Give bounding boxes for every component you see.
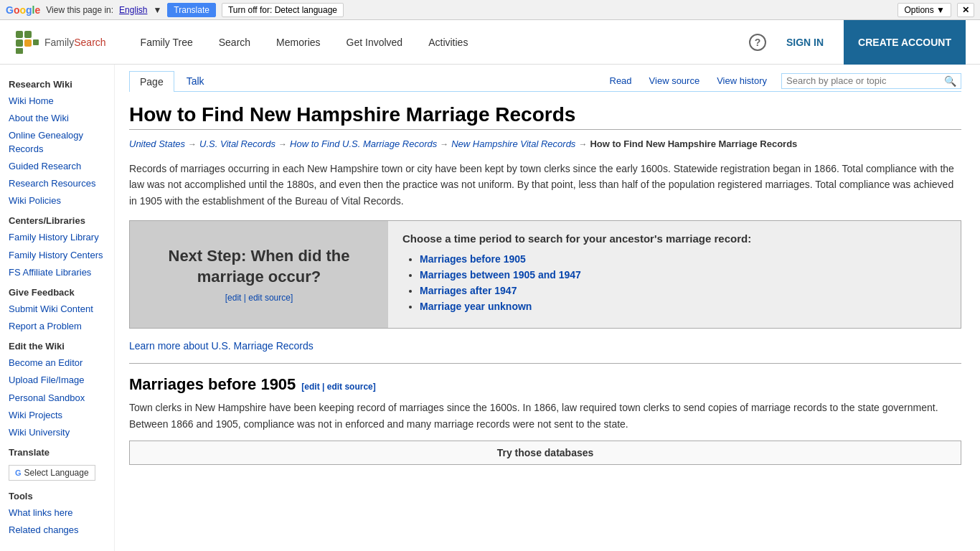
google-translate-icon: G	[15, 468, 22, 477]
section-1-edit-source-link[interactable]: edit source	[327, 382, 373, 392]
page-tabs: Page Talk Read View source View history …	[129, 65, 961, 92]
sidebar-item-submit-content[interactable]: Submit Wiki Content	[0, 301, 114, 318]
sidebar-item-research-resources[interactable]: Research Resources	[0, 175, 114, 192]
sidebar-item-about-wiki[interactable]: About the Wiki	[0, 110, 114, 127]
list-item: Marriage year unknown	[420, 301, 946, 312]
breadcrumb-item-3[interactable]: How to Find U.S. Marriage Records	[290, 138, 437, 149]
help-icon[interactable]: ?	[749, 34, 766, 51]
section-title-1: Marriages before 1905	[129, 375, 296, 394]
option-year-unknown[interactable]: Marriage year unknown	[420, 301, 532, 312]
breadcrumb-arrow-2: →	[278, 139, 287, 149]
sidebar-section-edit-wiki: Edit the Wiki	[0, 335, 114, 354]
options-button[interactable]: Options ▼	[897, 3, 951, 17]
sidebar-section-feedback: Give Feedback	[0, 281, 114, 301]
sidebar-item-what-links-here[interactable]: What links here	[0, 504, 114, 522]
step-text: Next Step: When did the marriage occur?	[144, 246, 374, 287]
sidebar-item-wiki-home[interactable]: Wiki Home	[0, 93, 114, 110]
list-item: Marriages after 1947	[420, 285, 946, 296]
tab-read[interactable]: Read	[601, 71, 641, 90]
infobox-edit-links: [edit | edit source]	[225, 293, 293, 303]
svg-rect-4	[33, 39, 39, 45]
content-wrapper: Research Wiki Wiki Home About the Wiki O…	[0, 65, 980, 551]
translate-bar: Google View this page in: English ▼ Tran…	[0, 0, 980, 20]
translate-button[interactable]: Translate	[167, 3, 216, 17]
language-link[interactable]: English	[119, 5, 147, 15]
sidebar-item-wiki-university[interactable]: Wiki University	[0, 424, 114, 441]
svg-rect-0	[16, 31, 23, 38]
option-after-1947[interactable]: Marriages after 1947	[420, 285, 517, 296]
sidebar-item-wiki-projects[interactable]: Wiki Projects	[0, 407, 114, 424]
nav-family-tree[interactable]: Family Tree	[128, 20, 206, 65]
sidebar-section-translate: Translate	[0, 441, 114, 461]
section-1-text: Town clerks in New Hampshire have been k…	[129, 400, 961, 432]
sidebar-item-report-problem[interactable]: Report a Problem	[0, 318, 114, 335]
google-logo: Google	[6, 4, 40, 16]
sidebar-item-personal-sandbox[interactable]: Personal Sandbox	[0, 390, 114, 407]
tab-page[interactable]: Page	[129, 71, 174, 92]
svg-rect-1	[24, 31, 32, 38]
marriage-options-list: Marriages before 1905 Marriages between …	[402, 253, 946, 312]
sidebar-item-affiliate-libraries[interactable]: FS Affiliate Libraries	[0, 264, 114, 281]
tab-view-source[interactable]: View source	[641, 71, 709, 90]
page-title: How to Find New Hampshire Marriage Recor…	[129, 103, 961, 130]
sidebar-item-guided-research[interactable]: Guided Research	[0, 158, 114, 175]
wiki-search-input[interactable]	[786, 75, 944, 86]
wiki-search-box: 🔍	[781, 73, 961, 89]
tab-view-history[interactable]: View history	[708, 71, 776, 90]
intro-text: Records of marriages occurring in each N…	[129, 161, 961, 209]
breadcrumb-item-4[interactable]: New Hampshire Vital Records	[451, 138, 575, 149]
nav-activities[interactable]: Activities	[415, 20, 481, 65]
select-language-button[interactable]: G Select Language	[9, 465, 95, 481]
site-logo[interactable]: FamilySearch	[14, 29, 106, 55]
sign-in-button[interactable]: SIGN IN	[775, 31, 835, 54]
turn-off-button[interactable]: Turn off for: Detect language	[222, 3, 344, 17]
sidebar: Research Wiki Wiki Home About the Wiki O…	[0, 65, 115, 551]
nav-get-involved[interactable]: Get Involved	[334, 20, 416, 65]
sidebar-section-centers: Centers/Libraries	[0, 209, 114, 229]
sidebar-item-online-records[interactable]: Online Genealogy Records	[0, 127, 114, 157]
sidebar-item-related-changes[interactable]: Related changes	[0, 522, 114, 539]
sidebar-item-family-history-centers[interactable]: Family History Centers	[0, 247, 114, 264]
main-header: FamilySearch Family Tree Search Memories…	[0, 20, 980, 65]
option-before-1905[interactable]: Marriages before 1905	[420, 253, 526, 265]
svg-rect-3	[24, 39, 32, 47]
language-arrow: ▼	[153, 5, 161, 15]
infobox-edit-link[interactable]: edit	[227, 293, 241, 303]
learn-more-link[interactable]: Learn more about U.S. Marriage Records	[129, 340, 961, 364]
info-box-right: Choose a time period to search for your …	[388, 221, 961, 328]
select-language-label: Select Language	[24, 468, 89, 478]
info-box: Next Step: When did the marriage occur? …	[129, 220, 961, 329]
breadcrumb-current: How to Find New Hampshire Marriage Recor…	[590, 138, 797, 149]
logo-text: FamilySearch	[44, 37, 106, 48]
svg-rect-2	[16, 39, 23, 47]
logo-icon	[14, 29, 40, 55]
main-nav: Family Tree Search Memories Get Involved…	[128, 20, 481, 65]
sidebar-item-upload-file[interactable]: Upload File/Image	[0, 372, 114, 389]
breadcrumb-arrow-3: →	[440, 139, 448, 149]
tab-talk[interactable]: Talk	[176, 70, 215, 91]
sidebar-item-become-editor[interactable]: Become an Editor	[0, 354, 114, 372]
sidebar-item-wiki-policies[interactable]: Wiki Policies	[0, 192, 114, 209]
nav-memories[interactable]: Memories	[263, 20, 333, 65]
close-translate-button[interactable]: ✕	[957, 3, 974, 17]
choose-text: Choose a time period to search for your …	[402, 232, 946, 245]
breadcrumb-item-1[interactable]: United States	[129, 138, 185, 149]
list-item: Marriages between 1905 and 1947	[420, 269, 946, 281]
sidebar-section-tools: Tools	[0, 485, 114, 504]
create-account-button[interactable]: CREATE ACCOUNT	[844, 20, 966, 65]
try-databases-box: Try those databases	[129, 441, 961, 465]
sidebar-item-family-history-library[interactable]: Family History Library	[0, 229, 114, 246]
section-1-edit-link[interactable]: edit	[304, 382, 319, 392]
section-heading-1: Marriages before 1905 [edit | edit sourc…	[129, 375, 961, 394]
nav-search[interactable]: Search	[206, 20, 263, 65]
wiki-search-button[interactable]: 🔍	[944, 75, 956, 87]
option-1905-1947[interactable]: Marriages between 1905 and 1947	[420, 269, 581, 281]
svg-rect-5	[16, 48, 23, 54]
breadcrumb-arrow-4: →	[578, 139, 587, 149]
breadcrumb-arrow-1: →	[188, 139, 197, 149]
breadcrumb-item-2[interactable]: U.S. Vital Records	[199, 138, 275, 149]
infobox-edit-source-link[interactable]: edit source	[248, 293, 291, 303]
view-page-text: View this page in:	[46, 5, 113, 15]
translate-widget: G Select Language	[0, 461, 114, 485]
main-content: Page Talk Read View source View history …	[115, 65, 976, 551]
